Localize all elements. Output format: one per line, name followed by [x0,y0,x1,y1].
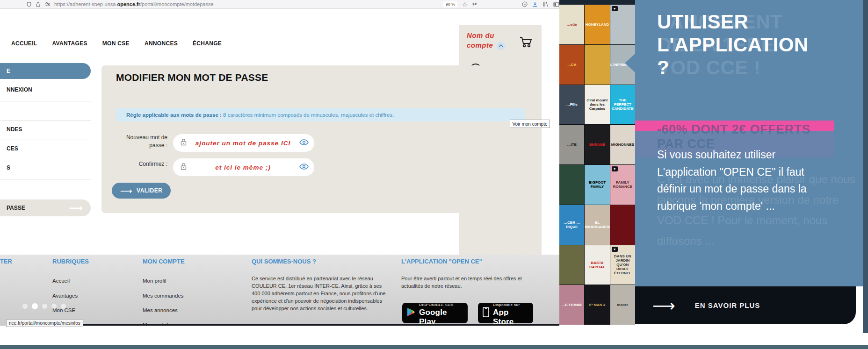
cart-icon[interactable] [519,36,533,50]
nav-item-accueil[interactable]: ACCUEIL [11,40,37,47]
posters-grid: …ette HONEYLAND …CA L'INFIRMIÈRE …Fille … [559,5,635,325]
sidebar-item-commandes[interactable]: NDES [7,126,22,133]
poster[interactable] [585,45,609,85]
footer-compte-heading: MON COMPTE [143,258,185,265]
cta-label: EN SAVOIR PLUS [695,301,760,309]
library-icon[interactable] [542,1,549,7]
divider [0,160,91,160]
bookmark-star-icon[interactable]: ☆ [462,1,468,7]
sidebar-active-item[interactable]: E [0,63,91,79]
poster[interactable]: DANS UN JARDIN QU'ON DIRAIT ÉTERNEL [610,245,635,285]
divider [0,179,91,179]
en-savoir-plus-button[interactable]: ⟶ EN SAVOIR PLUS [635,286,856,324]
poster[interactable]: …Fille [559,85,584,125]
account-name[interactable]: Nom ducompte [467,30,494,50]
poster[interactable]: THE PERFECT CANDIDATE [610,85,635,125]
movie-posters-collage[interactable]: …ette HONEYLAND …CA L'INFIRMIÈRE …Fille … [559,0,635,325]
poster[interactable]: J'irai mourir dans les Carpates [585,85,609,125]
posters-top-bar [559,0,635,5]
dot[interactable] [42,304,47,309]
badge-line2: Google Play [419,308,447,326]
nav-item-avantages[interactable]: AVANTAGES [52,40,87,47]
pocket-icon[interactable] [522,1,528,7]
padlock-icon [181,163,187,172]
sidebar-item-s[interactable]: S [7,164,10,171]
poster[interactable]: …ITE [559,125,584,164]
footer-link-mes-commandes[interactable]: Mes commandes [143,293,184,299]
sidebar-active-label: E [7,68,10,74]
poster[interactable]: BASTA CAPITAL [585,245,609,285]
confirm-password-label: Confirmez : [101,160,167,168]
footer-contact-heading: TER [0,258,12,265]
nav-item-mon-cse[interactable]: MON CSE [102,40,130,47]
sidebar-item-connexion[interactable]: NNEXION [7,86,32,93]
app-store-badge[interactable]: Disponible surApp Store [478,303,533,323]
poster[interactable]: …ette [559,5,584,44]
shield-icon[interactable] [27,2,31,7]
poster[interactable]: madre [610,285,635,325]
poster[interactable]: FAMILY ROMANCE [610,165,635,205]
nav-item-annonces[interactable]: ANNONCES [145,40,178,47]
main-nav: ACCUEIL AVANTAGES MON CSE ANNONCES ÉCHAN… [11,40,222,47]
link-status-tooltip: nce.fr/portail/moncompte/mesinfos [6,319,83,327]
eye-icon[interactable] [299,139,309,147]
footer-cut-edge [51,324,559,326]
poster[interactable]: …E FEMME [559,285,584,325]
footer-qui-text: Ce service est distribué en partenariat … [252,275,392,312]
poster[interactable]: …CER …RIQUE [559,205,584,245]
google-play-icon [407,307,415,319]
right-edge-strip [863,0,868,333]
poster[interactable]: …CA [559,45,584,85]
zoom-level-chip[interactable]: 90 % [443,1,458,7]
badge-line1: Disponible sur [493,303,520,307]
footer-rubriques-heading: RUBRIQUES [52,258,89,265]
promo-title: UTILISERL'APPLICATION? [657,10,809,79]
google-play-badge[interactable]: DISPONIBLE SURGoogle Play [402,303,468,323]
dot-active[interactable] [32,303,38,309]
promo-panel: LANCEMENTDE LA 1EREVOD CCE ! UTILISERL'A… [635,0,863,286]
permissions-icon[interactable] [45,2,51,7]
footer-link-accueil[interactable]: Accueil [52,278,70,284]
dot[interactable] [61,304,66,309]
new-password-label: Nouveau mot depasse : [101,134,167,150]
divider [0,140,91,140]
new-password-input[interactable]: ajouter un mot de passe ICI [173,134,314,152]
password-card: MODIFIER MON MOT DE PASSE Règle applicab… [101,65,540,213]
eye-icon[interactable] [299,163,309,171]
valider-button[interactable]: ⟶ VALIDER [112,183,171,199]
download-icon[interactable] [532,1,538,7]
confirm-password-input[interactable]: et ici le même ;) [173,158,314,176]
screenshot-scissors-icon[interactable]: ✂ [472,1,477,7]
footer-app-text: Pour être averti partout et en temps rée… [401,275,535,290]
chevron-up-icon[interactable] [497,42,505,50]
badge-line2: App Store [493,308,514,326]
poster[interactable] [610,5,635,44]
footer-link-mon-profil[interactable]: Mon profil [143,278,166,284]
padlock-icon [181,138,187,148]
poster[interactable]: ENRAGÉ [585,125,609,164]
arrow-right-icon: ⟶ [652,296,675,315]
poster[interactable] [559,165,584,205]
footer-link-avantages[interactable]: Avantages [52,293,78,299]
poster[interactable]: BIGFOOT FAMILY [585,165,609,205]
url-bar[interactable]: https://adherent-snep-unsa.opence.fr/por… [54,1,214,7]
poster[interactable]: IP MAN 4 [585,285,609,325]
password-rule-box: Règle applicable aux mots de passe : 8 c… [116,108,525,121]
poster[interactable]: HONEYLAND [585,5,609,44]
poster[interactable]: MIGNONNES [610,125,635,164]
sidebar-item-mot-de-passe[interactable]: PASSE ⟶ [0,199,91,216]
arrow-right-icon: ⟶ [120,186,132,196]
carousel-dots[interactable] [22,303,66,309]
footer-link-mes-annonces[interactable]: Mes annonces [143,307,178,313]
sidebar-item-annonces[interactable]: CES [7,145,18,152]
poster[interactable] [610,205,635,245]
sidebar-toggle-icon[interactable] [553,2,559,7]
dot[interactable] [22,304,28,309]
dot[interactable] [51,304,57,309]
poster[interactable]: EL EMBARCADERO [585,205,609,245]
nav-item-echange[interactable]: ÉCHANGE [193,40,222,47]
arrow-right-icon: ⟶ [69,202,83,214]
poster[interactable] [559,245,584,285]
page-title: MODIFIER MON MOT DE PASSE [116,72,268,83]
lock-icon[interactable] [36,2,40,7]
